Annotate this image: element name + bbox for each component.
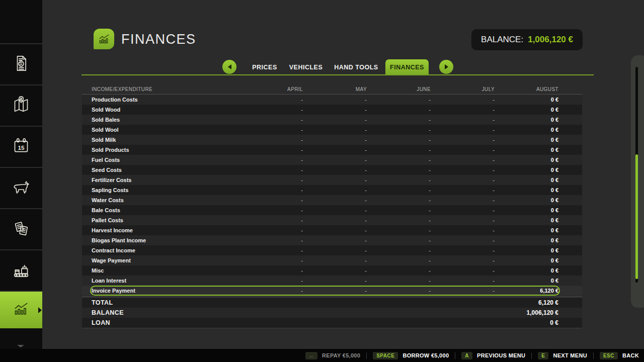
row-value: - — [431, 97, 495, 103]
row-value: - — [303, 237, 367, 243]
row-value: - — [431, 288, 495, 294]
table-row[interactable]: Production Costs----0 € — [82, 95, 582, 105]
table-row[interactable]: Fuel Costs----0 € — [82, 155, 582, 165]
sidebar-item-production[interactable] — [0, 249, 42, 291]
action-borrow-5-000[interactable]: SPACEBORROW €5,000 — [373, 352, 449, 359]
row-label: Misc — [92, 267, 239, 274]
table-row[interactable]: Sold Wood----0 € — [82, 105, 582, 115]
sidebar-item-finances[interactable] — [0, 291, 42, 328]
table-row[interactable]: Harvest Income----0 € — [82, 225, 582, 235]
row-value: - — [303, 147, 367, 153]
tab-next-button[interactable] — [439, 60, 453, 74]
action-next-menu[interactable]: ENEXT MENU — [538, 352, 587, 359]
balance-label: BALANCE: — [481, 35, 523, 45]
action-repay-5-000: ↔REPAY €5,000 — [305, 352, 361, 359]
row-value: - — [239, 197, 303, 203]
row-value: - — [239, 217, 303, 223]
row-value: 0 € — [495, 207, 558, 213]
row-value: - — [303, 197, 367, 203]
row-value: - — [239, 137, 303, 143]
tab-vehicles[interactable]: VEHICLES — [281, 59, 331, 75]
sidebar-item-contracts[interactable] — [0, 208, 42, 249]
row-value: - — [431, 278, 495, 284]
tab-finances[interactable]: FINANCES — [385, 59, 429, 75]
table-row[interactable]: Sold Milk----0 € — [82, 135, 582, 145]
column-header: JULY — [431, 86, 495, 92]
row-label: Wage Payment — [92, 257, 239, 263]
row-label: Sold Wood — [92, 107, 239, 113]
row-value: - — [367, 227, 431, 233]
row-value: - — [367, 207, 431, 213]
table-row[interactable]: Pallet Costs----0 € — [82, 215, 582, 225]
row-value: - — [367, 288, 431, 294]
action-separator — [593, 352, 594, 359]
sidebar: 15 — [0, 0, 42, 349]
row-value: - — [239, 187, 303, 193]
row-value: - — [367, 267, 431, 274]
row-value: - — [431, 197, 495, 203]
row-value: - — [367, 117, 431, 123]
row-value: 6,120 € — [495, 288, 558, 294]
sidebar-item-calendar[interactable]: 15 — [0, 126, 42, 167]
row-value: - — [303, 127, 367, 133]
row-value: - — [367, 197, 431, 203]
tab-prev-button[interactable] — [222, 60, 236, 74]
cow-icon — [11, 177, 31, 199]
table-row[interactable]: Biogas Plant Income----0 € — [82, 235, 582, 245]
row-label: Sold Products — [92, 147, 239, 153]
action-back[interactable]: ESCBACK — [600, 352, 639, 359]
action-separator — [366, 352, 367, 359]
row-value: - — [431, 177, 495, 183]
column-header: JUNE — [367, 86, 431, 92]
row-value: 0 € — [495, 187, 558, 193]
row-value: - — [239, 237, 303, 243]
row-value: 0 € — [495, 237, 558, 243]
sidebar-scroll-down-icon[interactable] — [17, 345, 24, 347]
row-value: - — [303, 247, 367, 253]
table-row[interactable]: Seed Costs----0 € — [82, 165, 582, 175]
table-row[interactable]: Invoice Payment----6,120 € — [82, 286, 582, 296]
table-row[interactable]: Sold Products----0 € — [82, 145, 582, 155]
table-row[interactable]: Sold Bales----0 € — [82, 115, 582, 125]
row-value: - — [367, 237, 431, 243]
row-label: Sold Milk — [92, 137, 239, 143]
row-value: 0 € — [495, 127, 558, 133]
table-row[interactable]: Water Costs----0 € — [82, 195, 582, 205]
row-value: 0 € — [495, 267, 558, 274]
action-label: PREVIOUS MENU — [477, 352, 525, 358]
table-row[interactable]: Misc----0 € — [82, 265, 582, 276]
row-value: - — [303, 187, 367, 193]
scrollbar-thumb[interactable] — [635, 154, 638, 279]
sidebar-item-animals[interactable] — [0, 167, 42, 208]
row-value: - — [367, 97, 431, 103]
table-row[interactable]: Loan Interest----0 € — [82, 276, 582, 286]
sidebar-item-prices[interactable] — [0, 43, 42, 84]
row-value: 0 € — [495, 247, 558, 253]
row-value: - — [367, 247, 431, 253]
row-value: - — [431, 257, 495, 263]
row-value: 0 € — [495, 107, 558, 113]
row-value: - — [367, 217, 431, 223]
row-value: 0 € — [495, 117, 558, 123]
row-value: - — [303, 117, 367, 123]
row-value: - — [367, 167, 431, 173]
row-value: - — [303, 288, 367, 294]
table-row[interactable]: Sapling Costs----0 € — [82, 185, 582, 195]
table-row[interactable]: Sold Wool----0 € — [82, 125, 582, 135]
table-row[interactable]: Bale Costs----0 € — [82, 205, 582, 215]
sidebar-item-map[interactable] — [0, 84, 42, 126]
page-title: FINANCES — [121, 32, 196, 47]
table-row[interactable]: Contract Income----0 € — [82, 245, 582, 255]
row-value: - — [239, 127, 303, 133]
action-label: REPAY €5,000 — [322, 352, 360, 358]
row-label: Seed Costs — [92, 167, 239, 173]
contracts-icon — [11, 218, 31, 240]
row-value: - — [239, 117, 303, 123]
action-previous-menu[interactable]: APREVIOUS MENU — [461, 352, 525, 359]
table-row[interactable]: Wage Payment----0 € — [82, 255, 582, 265]
row-value: - — [431, 187, 495, 193]
table-row[interactable]: Fertilizer Costs----0 € — [82, 175, 582, 185]
tab-underline — [82, 74, 594, 75]
row-label: Pallet Costs — [92, 217, 239, 223]
tab-hand-tools[interactable]: HAND TOOLS — [327, 59, 385, 75]
